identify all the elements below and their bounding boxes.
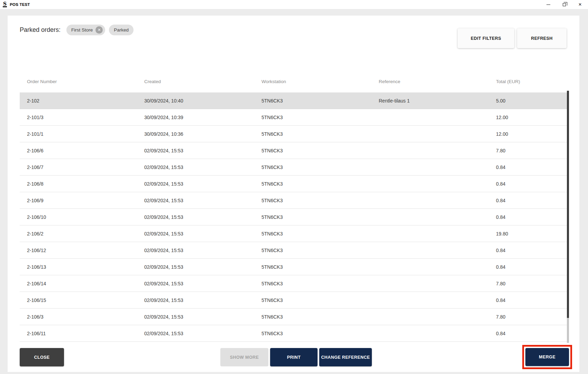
- table-row[interactable]: 2-106/14 02/09/2024, 15:53 5TN6CK3 7.80: [20, 275, 569, 292]
- table-row[interactable]: 2-106/13 02/09/2024, 15:53 5TN6CK3 0.84: [20, 259, 569, 275]
- table-header: Order Number Created Workstation Referen…: [20, 79, 569, 84]
- print-button[interactable]: PRINT: [270, 348, 318, 366]
- table-row[interactable]: 2-102 30/09/2024, 10:40 5TN6CK3 Rentle-t…: [20, 92, 569, 109]
- cell-created: 30/09/2024, 10:39: [137, 115, 254, 120]
- cell-order-number: 2-102: [20, 98, 137, 104]
- cell-created: 30/09/2024, 10:40: [137, 98, 254, 104]
- cell-total: 12.00: [489, 115, 569, 120]
- cell-total: 0.84: [489, 198, 569, 203]
- cell-created: 02/09/2024, 15:53: [137, 181, 254, 187]
- cell-order-number: 2-101/3: [20, 115, 137, 120]
- cell-total: 7.80: [489, 281, 569, 286]
- cell-created: 02/09/2024, 15:53: [137, 264, 254, 270]
- cell-total: 0.84: [489, 297, 569, 303]
- cell-order-number: 2-106/3: [20, 314, 137, 320]
- cell-created: 02/09/2024, 15:53: [137, 148, 254, 153]
- table-row[interactable]: 2-101/3 30/09/2024, 10:39 5TN6CK3 12.00: [20, 109, 569, 126]
- merge-highlight-box: MERGE: [522, 345, 572, 369]
- cell-order-number: 2-106/12: [20, 248, 137, 253]
- cell-created: 02/09/2024, 15:53: [137, 331, 254, 336]
- title-bar: S POS TEST ✕: [0, 0, 588, 9]
- cell-total: 7.80: [489, 148, 569, 153]
- cell-order-number: 2-106/7: [20, 164, 137, 170]
- table-row[interactable]: 2-106/11 02/09/2024, 15:53 5TN6CK3 0.84: [20, 325, 569, 342]
- table-row[interactable]: 2-106/9 02/09/2024, 15:53 5TN6CK3 0.84: [20, 192, 569, 209]
- cell-total: 0.84: [489, 181, 569, 187]
- filter-chip-label: First Store: [71, 27, 93, 33]
- column-header-created: Created: [137, 79, 254, 84]
- filter-chips: First Store ✕ Parked: [66, 25, 134, 35]
- cell-order-number: 2-106/8: [20, 181, 137, 187]
- parked-orders-panel: Parked orders: First Store ✕ Parked EDIT…: [8, 16, 579, 372]
- table-row[interactable]: 2-106/2 02/09/2024, 15:53 5TN6CK3 19.80: [20, 225, 569, 242]
- cell-workstation: 5TN6CK3: [254, 164, 371, 170]
- table-body: 2-102 30/09/2024, 10:40 5TN6CK3 Rentle-t…: [20, 92, 569, 342]
- table-row[interactable]: 2-106/10 02/09/2024, 15:53 5TN6CK3 0.84: [20, 209, 569, 225]
- edit-filters-button[interactable]: EDIT FILTERS: [458, 28, 514, 48]
- cell-created: 30/09/2024, 10:36: [137, 131, 254, 137]
- filter-chip-first-store[interactable]: First Store ✕: [66, 25, 105, 35]
- cell-total: 7.80: [489, 314, 569, 320]
- cell-order-number: 2-106/10: [20, 214, 137, 220]
- cell-workstation: 5TN6CK3: [254, 331, 371, 336]
- change-reference-button[interactable]: CHANGE REFERENCE: [319, 348, 372, 366]
- merge-button[interactable]: MERGE: [525, 348, 569, 366]
- cell-order-number: 2-106/6: [20, 148, 137, 153]
- minimize-button[interactable]: [540, 0, 556, 9]
- page-title: Parked orders:: [20, 26, 61, 34]
- cell-workstation: 5TN6CK3: [254, 98, 371, 104]
- cell-total: 0.84: [489, 164, 569, 170]
- cell-created: 02/09/2024, 15:53: [137, 214, 254, 220]
- table-scrollbar: [567, 91, 569, 343]
- cell-reference: Rentle-tilaus 1: [371, 98, 489, 104]
- cell-total: 0.84: [489, 248, 569, 253]
- cell-order-number: 2-101/1: [20, 131, 137, 137]
- scrollbar-track: [567, 318, 569, 343]
- cell-workstation: 5TN6CK3: [254, 131, 371, 137]
- column-header-order-number: Order Number: [20, 79, 137, 84]
- cell-total: 19.80: [489, 231, 569, 237]
- minimize-icon: [546, 5, 550, 5]
- cell-created: 02/09/2024, 15:53: [137, 248, 254, 253]
- app-logo-icon: S: [3, 2, 7, 7]
- cell-total: 0.84: [489, 214, 569, 220]
- cell-workstation: 5TN6CK3: [254, 297, 371, 303]
- remove-filter-icon[interactable]: ✕: [95, 26, 103, 34]
- cell-created: 02/09/2024, 15:53: [137, 231, 254, 237]
- cell-order-number: 2-106/2: [20, 231, 137, 237]
- column-header-reference: Reference: [371, 79, 489, 84]
- cell-order-number: 2-106/15: [20, 297, 137, 303]
- column-header-total: Total (EUR): [489, 79, 569, 84]
- filter-chip-parked[interactable]: Parked: [109, 25, 134, 35]
- table-row[interactable]: 2-106/6 02/09/2024, 15:53 5TN6CK3 7.80: [20, 142, 569, 159]
- close-button[interactable]: CLOSE: [20, 348, 64, 366]
- cell-total: 5.00: [489, 98, 569, 104]
- cell-workstation: 5TN6CK3: [254, 198, 371, 203]
- cell-created: 02/09/2024, 15:53: [137, 297, 254, 303]
- cell-created: 02/09/2024, 15:53: [137, 198, 254, 203]
- cell-created: 02/09/2024, 15:53: [137, 164, 254, 170]
- table-row[interactable]: 2-106/3 02/09/2024, 15:53 5TN6CK3 7.80: [20, 309, 569, 325]
- cell-workstation: 5TN6CK3: [254, 148, 371, 153]
- refresh-button[interactable]: REFRESH: [517, 28, 567, 48]
- cell-workstation: 5TN6CK3: [254, 181, 371, 187]
- filter-chip-label: Parked: [114, 27, 129, 33]
- table-row[interactable]: 2-101/1 30/09/2024, 10:36 5TN6CK3 12.00: [20, 126, 569, 142]
- cell-total: 0.84: [489, 264, 569, 270]
- cell-total: 0.84: [489, 331, 569, 336]
- cell-workstation: 5TN6CK3: [254, 264, 371, 270]
- scrollbar-thumb[interactable]: [567, 91, 569, 318]
- close-icon: ✕: [578, 2, 582, 7]
- window-title: POS TEST: [10, 2, 30, 7]
- cell-created: 02/09/2024, 15:53: [137, 314, 254, 320]
- show-more-button[interactable]: SHOW MORE: [220, 348, 268, 366]
- table-row[interactable]: 2-106/8 02/09/2024, 15:53 5TN6CK3 0.84: [20, 176, 569, 192]
- table-row[interactable]: 2-106/12 02/09/2024, 15:53 5TN6CK3 0.84: [20, 242, 569, 259]
- restore-button[interactable]: [556, 0, 572, 9]
- table-row[interactable]: 2-106/7 02/09/2024, 15:53 5TN6CK3 0.84: [20, 159, 569, 176]
- cell-workstation: 5TN6CK3: [254, 281, 371, 286]
- table-row[interactable]: 2-106/15 02/09/2024, 15:53 5TN6CK3 0.84: [20, 292, 569, 309]
- cell-workstation: 5TN6CK3: [254, 231, 371, 237]
- footer-actions: CLOSE SHOW MORE PRINT CHANGE REFERENCE M…: [8, 345, 579, 372]
- close-window-button[interactable]: ✕: [572, 0, 588, 9]
